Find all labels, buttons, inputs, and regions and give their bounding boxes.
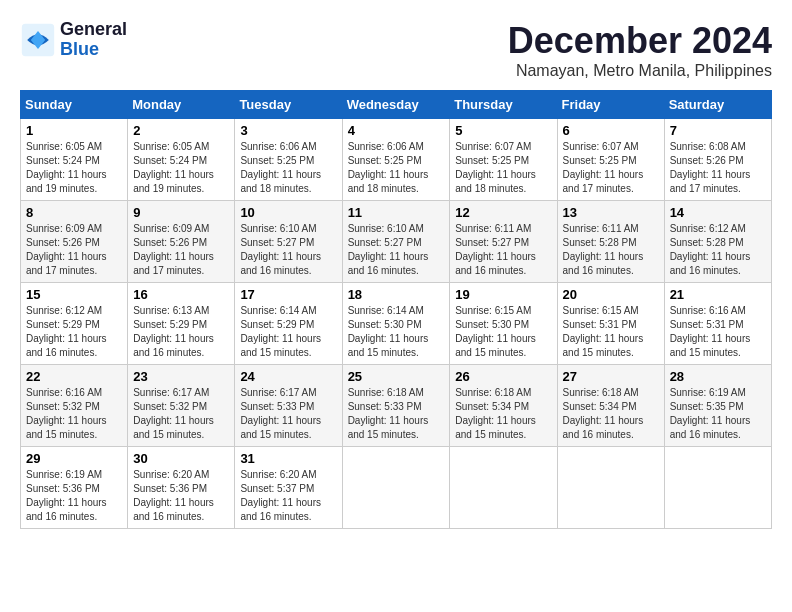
day-info: Sunrise: 6:10 AMSunset: 5:27 PMDaylight:… — [348, 223, 429, 276]
calendar-cell: 8 Sunrise: 6:09 AMSunset: 5:26 PMDayligh… — [21, 201, 128, 283]
day-info: Sunrise: 6:18 AMSunset: 5:33 PMDaylight:… — [348, 387, 429, 440]
day-number: 26 — [455, 369, 551, 384]
calendar-header-row: SundayMondayTuesdayWednesdayThursdayFrid… — [21, 91, 772, 119]
day-info: Sunrise: 6:06 AMSunset: 5:25 PMDaylight:… — [348, 141, 429, 194]
day-number: 9 — [133, 205, 229, 220]
column-header-wednesday: Wednesday — [342, 91, 450, 119]
calendar-cell: 26 Sunrise: 6:18 AMSunset: 5:34 PMDaylig… — [450, 365, 557, 447]
day-info: Sunrise: 6:19 AMSunset: 5:35 PMDaylight:… — [670, 387, 751, 440]
calendar-cell: 28 Sunrise: 6:19 AMSunset: 5:35 PMDaylig… — [664, 365, 771, 447]
day-info: Sunrise: 6:08 AMSunset: 5:26 PMDaylight:… — [670, 141, 751, 194]
day-info: Sunrise: 6:17 AMSunset: 5:33 PMDaylight:… — [240, 387, 321, 440]
day-number: 29 — [26, 451, 122, 466]
day-info: Sunrise: 6:18 AMSunset: 5:34 PMDaylight:… — [455, 387, 536, 440]
day-number: 31 — [240, 451, 336, 466]
calendar-cell: 13 Sunrise: 6:11 AMSunset: 5:28 PMDaylig… — [557, 201, 664, 283]
day-number: 20 — [563, 287, 659, 302]
calendar-cell: 16 Sunrise: 6:13 AMSunset: 5:29 PMDaylig… — [128, 283, 235, 365]
day-number: 15 — [26, 287, 122, 302]
calendar-cell — [342, 447, 450, 529]
calendar-cell: 30 Sunrise: 6:20 AMSunset: 5:36 PMDaylig… — [128, 447, 235, 529]
day-info: Sunrise: 6:13 AMSunset: 5:29 PMDaylight:… — [133, 305, 214, 358]
calendar-cell: 15 Sunrise: 6:12 AMSunset: 5:29 PMDaylig… — [21, 283, 128, 365]
column-header-friday: Friday — [557, 91, 664, 119]
day-info: Sunrise: 6:12 AMSunset: 5:29 PMDaylight:… — [26, 305, 107, 358]
day-info: Sunrise: 6:11 AMSunset: 5:28 PMDaylight:… — [563, 223, 644, 276]
calendar-cell: 22 Sunrise: 6:16 AMSunset: 5:32 PMDaylig… — [21, 365, 128, 447]
logo-icon — [20, 22, 56, 58]
day-info: Sunrise: 6:07 AMSunset: 5:25 PMDaylight:… — [455, 141, 536, 194]
calendar-cell: 3 Sunrise: 6:06 AMSunset: 5:25 PMDayligh… — [235, 119, 342, 201]
month-title: December 2024 — [508, 20, 772, 62]
day-info: Sunrise: 6:11 AMSunset: 5:27 PMDaylight:… — [455, 223, 536, 276]
column-header-saturday: Saturday — [664, 91, 771, 119]
day-number: 23 — [133, 369, 229, 384]
calendar-cell: 18 Sunrise: 6:14 AMSunset: 5:30 PMDaylig… — [342, 283, 450, 365]
day-number: 16 — [133, 287, 229, 302]
column-header-tuesday: Tuesday — [235, 91, 342, 119]
day-info: Sunrise: 6:10 AMSunset: 5:27 PMDaylight:… — [240, 223, 321, 276]
header: General Blue December 2024 Namayan, Metr… — [20, 20, 772, 80]
calendar-cell: 6 Sunrise: 6:07 AMSunset: 5:25 PMDayligh… — [557, 119, 664, 201]
day-info: Sunrise: 6:12 AMSunset: 5:28 PMDaylight:… — [670, 223, 751, 276]
calendar-cell: 12 Sunrise: 6:11 AMSunset: 5:27 PMDaylig… — [450, 201, 557, 283]
day-info: Sunrise: 6:19 AMSunset: 5:36 PMDaylight:… — [26, 469, 107, 522]
calendar-cell: 2 Sunrise: 6:05 AMSunset: 5:24 PMDayligh… — [128, 119, 235, 201]
day-number: 6 — [563, 123, 659, 138]
column-header-sunday: Sunday — [21, 91, 128, 119]
day-number: 14 — [670, 205, 766, 220]
day-number: 4 — [348, 123, 445, 138]
day-info: Sunrise: 6:20 AMSunset: 5:36 PMDaylight:… — [133, 469, 214, 522]
day-number: 11 — [348, 205, 445, 220]
calendar-cell: 19 Sunrise: 6:15 AMSunset: 5:30 PMDaylig… — [450, 283, 557, 365]
day-number: 2 — [133, 123, 229, 138]
calendar-cell: 24 Sunrise: 6:17 AMSunset: 5:33 PMDaylig… — [235, 365, 342, 447]
calendar-cell: 9 Sunrise: 6:09 AMSunset: 5:26 PMDayligh… — [128, 201, 235, 283]
calendar-cell — [450, 447, 557, 529]
calendar-cell: 7 Sunrise: 6:08 AMSunset: 5:26 PMDayligh… — [664, 119, 771, 201]
calendar-week-row: 15 Sunrise: 6:12 AMSunset: 5:29 PMDaylig… — [21, 283, 772, 365]
day-number: 13 — [563, 205, 659, 220]
calendar-week-row: 8 Sunrise: 6:09 AMSunset: 5:26 PMDayligh… — [21, 201, 772, 283]
day-number: 5 — [455, 123, 551, 138]
day-number: 30 — [133, 451, 229, 466]
calendar-cell: 5 Sunrise: 6:07 AMSunset: 5:25 PMDayligh… — [450, 119, 557, 201]
calendar-cell: 21 Sunrise: 6:16 AMSunset: 5:31 PMDaylig… — [664, 283, 771, 365]
calendar-cell: 23 Sunrise: 6:17 AMSunset: 5:32 PMDaylig… — [128, 365, 235, 447]
day-info: Sunrise: 6:14 AMSunset: 5:30 PMDaylight:… — [348, 305, 429, 358]
title-area: December 2024 Namayan, Metro Manila, Phi… — [508, 20, 772, 80]
day-number: 10 — [240, 205, 336, 220]
day-number: 21 — [670, 287, 766, 302]
day-number: 18 — [348, 287, 445, 302]
calendar-cell: 1 Sunrise: 6:05 AMSunset: 5:24 PMDayligh… — [21, 119, 128, 201]
day-number: 27 — [563, 369, 659, 384]
day-info: Sunrise: 6:06 AMSunset: 5:25 PMDaylight:… — [240, 141, 321, 194]
location-title: Namayan, Metro Manila, Philippines — [508, 62, 772, 80]
calendar-cell — [557, 447, 664, 529]
calendar-cell: 20 Sunrise: 6:15 AMSunset: 5:31 PMDaylig… — [557, 283, 664, 365]
day-info: Sunrise: 6:07 AMSunset: 5:25 PMDaylight:… — [563, 141, 644, 194]
calendar-cell: 29 Sunrise: 6:19 AMSunset: 5:36 PMDaylig… — [21, 447, 128, 529]
day-number: 22 — [26, 369, 122, 384]
day-number: 7 — [670, 123, 766, 138]
logo-text: General Blue — [60, 20, 127, 60]
day-number: 3 — [240, 123, 336, 138]
calendar-cell — [664, 447, 771, 529]
day-number: 8 — [26, 205, 122, 220]
column-header-monday: Monday — [128, 91, 235, 119]
day-info: Sunrise: 6:09 AMSunset: 5:26 PMDaylight:… — [133, 223, 214, 276]
calendar-cell: 25 Sunrise: 6:18 AMSunset: 5:33 PMDaylig… — [342, 365, 450, 447]
day-info: Sunrise: 6:15 AMSunset: 5:30 PMDaylight:… — [455, 305, 536, 358]
calendar-cell: 4 Sunrise: 6:06 AMSunset: 5:25 PMDayligh… — [342, 119, 450, 201]
day-number: 17 — [240, 287, 336, 302]
calendar-cell: 14 Sunrise: 6:12 AMSunset: 5:28 PMDaylig… — [664, 201, 771, 283]
day-number: 19 — [455, 287, 551, 302]
day-number: 12 — [455, 205, 551, 220]
day-info: Sunrise: 6:17 AMSunset: 5:32 PMDaylight:… — [133, 387, 214, 440]
day-number: 24 — [240, 369, 336, 384]
day-info: Sunrise: 6:05 AMSunset: 5:24 PMDaylight:… — [133, 141, 214, 194]
day-info: Sunrise: 6:18 AMSunset: 5:34 PMDaylight:… — [563, 387, 644, 440]
day-info: Sunrise: 6:14 AMSunset: 5:29 PMDaylight:… — [240, 305, 321, 358]
calendar-cell: 27 Sunrise: 6:18 AMSunset: 5:34 PMDaylig… — [557, 365, 664, 447]
day-number: 1 — [26, 123, 122, 138]
